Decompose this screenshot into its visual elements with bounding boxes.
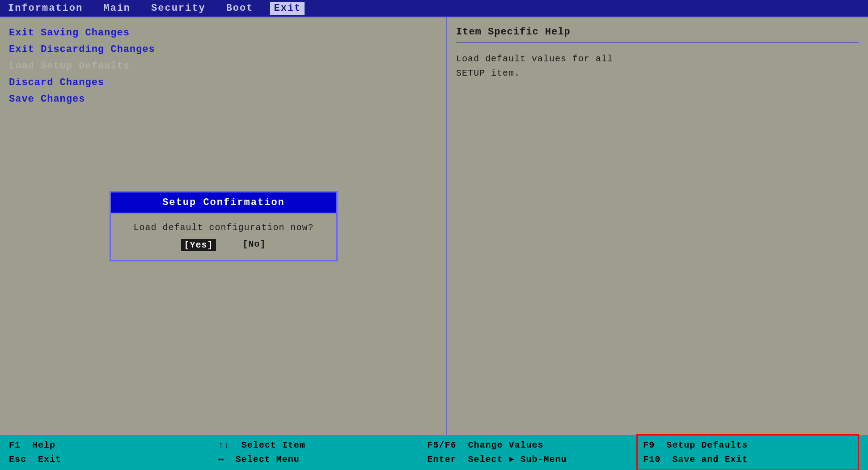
f5f6-change: F5/F6 Change Values [428,438,637,453]
dialog-buttons: [Yes] [No] [120,239,327,251]
main-content: Exit Saving Changes Exit Discarding Chan… [0,17,868,435]
discard-changes[interactable]: Discard Changes [9,76,437,89]
dialog-title: Setup Confirmation [162,197,285,208]
status-middle: ↑↓ Select Item ↔ Select Menu [218,438,428,467]
help-text: Load default values for allSETUP item. [456,52,859,81]
menu-item-information[interactable]: Information [4,2,86,15]
status-right: F9 Setup Defaults F10 Save and Exit [636,434,859,470]
enter-select: Enter Select ► Sub-Menu [428,453,637,467]
exit-discarding-changes[interactable]: Exit Discarding Changes [9,43,437,56]
lr-select-menu: ↔ Select Menu [218,453,428,467]
updown-select: ↑↓ Select Item [218,438,428,453]
menu-bar: Information Main Security Boot Exit [0,0,868,17]
status-right-middle: F5/F6 Change Values Enter Select ► Sub-M… [428,438,637,467]
right-panel: Item Specific Help Load default values f… [447,17,868,435]
no-button[interactable]: [No] [243,239,266,251]
f1-help: F1 Help [9,438,218,453]
setup-confirmation-dialog: Setup Confirmation Load default configur… [110,191,338,261]
item-specific-help-title: Item Specific Help [456,26,859,43]
exit-saving-changes[interactable]: Exit Saving Changes [9,26,437,39]
dialog-title-bar: Setup Confirmation [111,192,336,214]
dialog-body: Load default configuration now? [Yes] [N… [111,214,336,260]
status-bar: F1 Help Esc Exit ↑↓ Select Item ↔ Select… [0,435,868,470]
esc-exit: Esc Exit [9,453,218,467]
menu-item-security[interactable]: Security [148,2,209,15]
menu-item-boot[interactable]: Boot [223,2,257,15]
left-panel: Exit Saving Changes Exit Discarding Chan… [0,17,447,435]
menu-item-main[interactable]: Main [100,2,134,15]
dialog-question: Load default configuration now? [120,222,327,233]
f10-save-exit: F10 Save and Exit [643,453,852,467]
save-changes[interactable]: Save Changes [9,93,437,106]
load-setup-defaults[interactable]: Load Setup Defaults [9,60,437,73]
f9-defaults: F9 Setup Defaults [643,438,852,453]
status-left: F1 Help Esc Exit [9,438,218,467]
menu-item-exit[interactable]: Exit [270,2,305,15]
yes-button[interactable]: [Yes] [181,239,216,251]
